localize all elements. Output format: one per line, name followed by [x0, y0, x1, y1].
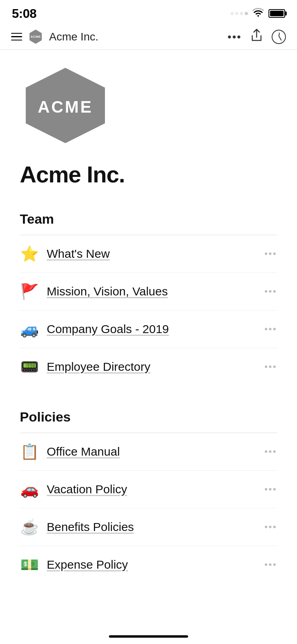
- list-item-label: Mission, Vision, Values: [47, 285, 168, 298]
- list-item-more-icon[interactable]: •••: [265, 522, 277, 532]
- list-item-emoji: 💵: [20, 557, 39, 572]
- list-item-more-icon[interactable]: •••: [265, 324, 277, 334]
- nav-bar: ACME Acme Inc. •••: [0, 24, 297, 50]
- status-bar: 5:08: [0, 0, 297, 24]
- hamburger-menu-icon[interactable]: [11, 33, 22, 41]
- list-item-label: Company Goals - 2019: [47, 322, 169, 336]
- list-item[interactable]: 🚩Mission, Vision, Values•••: [20, 273, 277, 310]
- list-item-emoji: 🚩: [20, 284, 39, 299]
- list-item-label: Office Manual: [47, 445, 120, 458]
- nav-title: Acme Inc.: [49, 31, 98, 43]
- list-item-emoji: ⭐: [20, 246, 39, 261]
- section-title-team: Team: [20, 211, 277, 227]
- list-item-emoji: 📋: [20, 444, 39, 459]
- battery-icon: [268, 9, 285, 18]
- more-options-icon[interactable]: •••: [228, 31, 242, 43]
- svg-text:ACME: ACME: [38, 98, 93, 116]
- page-title: Acme Inc.: [20, 161, 277, 188]
- list-item-emoji: 📟: [20, 359, 39, 374]
- list-item-emoji: 🚗: [20, 482, 39, 497]
- home-indicator: [109, 635, 188, 638]
- big-logo-container: ACME: [20, 66, 277, 145]
- list-item[interactable]: ⭐What's New•••: [20, 235, 277, 273]
- list-item[interactable]: 📋Office Manual•••: [20, 433, 277, 471]
- status-time: 5:08: [12, 6, 36, 21]
- list-item-more-icon[interactable]: •••: [265, 560, 277, 570]
- section-policies: Policies📋Office Manual•••🚗Vacation Polic…: [20, 409, 277, 583]
- list-item-more-icon[interactable]: •••: [265, 286, 277, 297]
- list-item-label: Expense Policy: [47, 558, 128, 571]
- big-logo: ACME: [20, 66, 111, 145]
- list-item-more-icon[interactable]: •••: [265, 484, 277, 494]
- clock-icon[interactable]: [272, 30, 286, 44]
- status-icons: [230, 8, 285, 19]
- nav-right: •••: [228, 29, 286, 45]
- list-item[interactable]: 🚙Company Goals - 2019•••: [20, 310, 277, 348]
- nav-logo-badge: ACME: [29, 30, 43, 44]
- list-item-label: Vacation Policy: [47, 483, 127, 496]
- list-item-label: What's New: [47, 247, 110, 261]
- list-item-emoji: ☕: [20, 519, 39, 535]
- list-item[interactable]: ☕Benefits Policies•••: [20, 508, 277, 546]
- section-title-policies: Policies: [20, 409, 277, 425]
- section-team: Team⭐What's New•••🚩Mission, Vision, Valu…: [20, 211, 277, 385]
- list-item[interactable]: 💵Expense Policy•••: [20, 546, 277, 583]
- list-item-emoji: 🚙: [20, 322, 39, 337]
- main-content: ACME Acme Inc. Team⭐What's New•••🚩Missio…: [0, 50, 297, 583]
- list-item[interactable]: 🚗Vacation Policy•••: [20, 471, 277, 508]
- wifi-icon: [253, 8, 264, 19]
- list-item-more-icon[interactable]: •••: [265, 447, 277, 457]
- list-item-label: Benefits Policies: [47, 520, 134, 534]
- list-item[interactable]: 📟Employee Directory•••: [20, 348, 277, 385]
- list-item-more-icon[interactable]: •••: [265, 362, 277, 372]
- share-icon[interactable]: [251, 29, 262, 45]
- list-item-label: Employee Directory: [47, 360, 150, 374]
- nav-left: ACME Acme Inc.: [11, 30, 98, 44]
- list-item-more-icon[interactable]: •••: [265, 249, 277, 259]
- signal-icon: [230, 12, 248, 15]
